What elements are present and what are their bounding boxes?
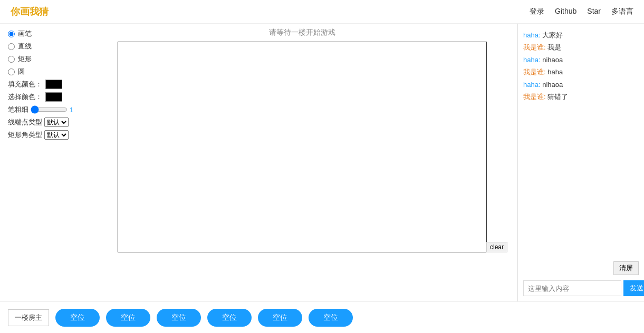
chat-message-1: 我是谁: 我是 xyxy=(523,41,639,53)
rect-corner-row: 矩形角类型 默认 xyxy=(8,130,79,140)
tool-rect-radio[interactable] xyxy=(8,56,15,63)
github-link[interactable]: Github xyxy=(555,7,576,16)
line-cap-row: 线端点类型 默认 xyxy=(8,117,79,127)
chat-message-2: haha: nihaoa xyxy=(523,54,639,66)
chat-input[interactable] xyxy=(523,280,621,296)
player-slot-3[interactable]: 空位 xyxy=(207,309,252,327)
canvas-container: 请等待一楼开始游戏 clear xyxy=(87,24,517,301)
chat-text-3: haha xyxy=(547,68,563,76)
main-area: 画笔 直线 矩形 圆 填充颜色： 选择颜色： 笔粗细 1 线端点类型 xyxy=(0,24,644,301)
chat-message-5: 我是谁: 猜错了 xyxy=(523,91,639,103)
chat-text-0: 大家好 xyxy=(542,31,563,39)
tool-rect-label: 矩形 xyxy=(18,54,32,64)
header: 你画我猜 登录 Github Star 多语言 xyxy=(0,0,644,24)
chat-panel: haha: 大家好 我是谁: 我是 haha: nihaoa 我是谁: haha… xyxy=(517,24,644,301)
chat-message-3: 我是谁: haha xyxy=(523,66,639,78)
stroke-width-value: 1 xyxy=(70,106,73,114)
rect-corner-select[interactable]: 默认 xyxy=(44,130,69,140)
tool-line[interactable]: 直线 xyxy=(8,42,79,51)
rect-corner-label: 矩形角类型 xyxy=(8,130,42,140)
canvas-status: 请等待一楼开始游戏 xyxy=(269,28,335,37)
chat-user-2: haha: xyxy=(523,56,541,64)
app-title: 你画我猜 xyxy=(11,5,49,18)
chat-text-4: nihaoa xyxy=(542,81,563,89)
chat-user-4: haha: xyxy=(523,81,541,89)
stroke-width-row: 笔粗细 1 xyxy=(8,105,79,114)
chat-clear-button[interactable]: 清屏 xyxy=(613,261,639,275)
tool-pen[interactable]: 画笔 xyxy=(8,29,79,38)
host-label: 一楼房主 xyxy=(8,309,49,326)
tool-pen-label: 画笔 xyxy=(18,29,32,38)
toolbar: 画笔 直线 矩形 圆 填充颜色： 选择颜色： 笔粗细 1 线端点类型 xyxy=(0,24,87,301)
chat-message-0: haha: 大家好 xyxy=(523,29,639,41)
clear-canvas-button[interactable]: clear xyxy=(486,242,507,252)
chat-messages: haha: 大家好 我是谁: 我是 haha: nihaoa 我是谁: haha… xyxy=(523,29,639,261)
fill-color-label: 填充颜色： xyxy=(8,80,42,89)
chat-input-row: 发送 xyxy=(523,280,639,296)
canvas-wrapper[interactable]: clear xyxy=(118,42,487,252)
player-slot-2[interactable]: 空位 xyxy=(157,309,201,327)
chat-user-3: 我是谁: xyxy=(523,68,546,76)
player-slot-4[interactable]: 空位 xyxy=(258,309,302,327)
chat-user-1: 我是谁: xyxy=(523,43,546,51)
tool-circle-label: 圆 xyxy=(18,67,25,76)
line-cap-label: 线端点类型 xyxy=(8,117,42,127)
tool-line-radio[interactable] xyxy=(8,43,15,50)
fill-color-picker[interactable] xyxy=(45,80,62,89)
chat-text-5: 猜错了 xyxy=(547,93,568,101)
stroke-color-label: 选择颜色： xyxy=(8,92,42,102)
chat-user-5: 我是谁: xyxy=(523,93,546,101)
line-cap-select[interactable]: 默认 xyxy=(44,117,69,127)
player-slot-1[interactable]: 空位 xyxy=(106,309,150,327)
tool-pen-radio[interactable] xyxy=(8,31,15,37)
star-link[interactable]: Star xyxy=(587,7,601,16)
tool-line-label: 直线 xyxy=(18,42,32,51)
chat-user-0: haha: xyxy=(523,31,541,39)
chat-send-button[interactable]: 发送 xyxy=(623,280,644,296)
chat-message-4: haha: nihaoa xyxy=(523,79,639,91)
stroke-width-label: 笔粗细 xyxy=(8,105,28,114)
header-nav: 登录 Github Star 多语言 xyxy=(530,7,633,16)
chat-text-2: nihaoa xyxy=(542,56,563,64)
tool-rect[interactable]: 矩形 xyxy=(8,54,79,64)
player-slot-5[interactable]: 空位 xyxy=(309,309,353,327)
language-link[interactable]: 多语言 xyxy=(611,7,633,16)
stroke-color-row: 选择颜色： xyxy=(8,92,79,102)
player-bar: 一楼房主 空位 空位 空位 空位 空位 空位 xyxy=(0,301,644,333)
fill-color-row: 填充颜色： xyxy=(8,80,79,89)
tool-circle[interactable]: 圆 xyxy=(8,67,79,76)
stroke-width-slider[interactable] xyxy=(31,105,68,114)
stroke-color-picker[interactable] xyxy=(45,92,62,102)
drawing-canvas[interactable] xyxy=(118,42,487,253)
login-link[interactable]: 登录 xyxy=(530,7,544,16)
chat-text-1: 我是 xyxy=(547,43,561,51)
tool-circle-radio[interactable] xyxy=(8,68,15,75)
player-slot-0[interactable]: 空位 xyxy=(55,309,100,327)
